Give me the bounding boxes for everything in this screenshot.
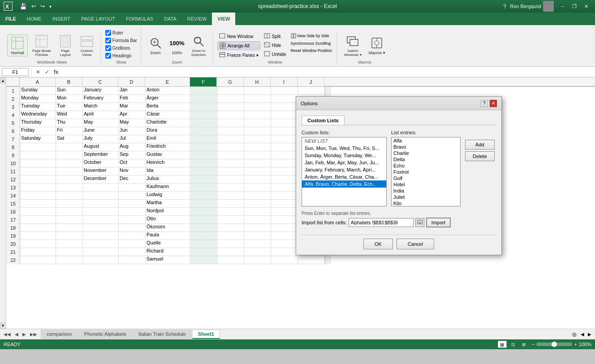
cell-I11[interactable] [271,167,298,176]
ok-button[interactable]: OK [363,239,393,249]
cell-E12[interactable]: Julius [146,176,190,184]
col-header-c[interactable]: C [82,77,118,86]
cell-G16[interactable] [217,208,244,216]
cell-A6[interactable]: Friday [20,127,56,135]
hide-button[interactable]: Hide [262,41,288,49]
cell-C9[interactable]: September [83,151,119,159]
cell-G22[interactable] [217,256,244,264]
headings-checkbox[interactable] [105,53,111,59]
cell-H19[interactable] [244,232,271,240]
cell-I19[interactable] [271,232,298,240]
cell-D14[interactable] [119,192,146,200]
cell-C19[interactable] [83,232,119,240]
cell-J1[interactable] [298,87,325,95]
ruler-checkbox-label[interactable]: Ruler [105,30,137,36]
minimize-button[interactable]: − [557,2,568,10]
row-header-8[interactable]: 8 [6,143,20,151]
cell-C7[interactable]: July [83,135,119,143]
cell-B10[interactable] [56,159,83,167]
confirm-formula-icon[interactable]: ✓ [43,69,51,75]
cell-A15[interactable] [20,200,56,208]
cell-C22[interactable] [83,256,119,264]
sync-scrolling-button[interactable]: Synchronous Scrolling [290,40,333,47]
cell-F15[interactable] [190,200,217,208]
cell-I8[interactable] [271,143,298,151]
tab-formulas[interactable]: FORMULAS [121,13,159,25]
cancel-button[interactable]: Cancel [397,239,434,249]
cell-E9[interactable]: Gustav [146,151,190,159]
cell-I1[interactable] [271,87,298,95]
cell-B18[interactable] [56,224,83,232]
cell-I6[interactable] [271,127,298,135]
cell-D4[interactable]: Apr [119,111,146,119]
cell-D7[interactable]: Jul [119,135,146,143]
cell-B1[interactable]: Sun [56,87,83,95]
cell-C17[interactable] [83,216,119,224]
tab-first-btn[interactable]: ◀◀ [2,331,13,338]
cell-A7[interactable]: Saturday [20,135,56,143]
restore-button[interactable]: ❐ [569,2,580,10]
tab-prev-btn[interactable]: ◀ [13,331,20,338]
customize-button[interactable]: ▾ [47,3,53,10]
cell-E7[interactable]: Emil [146,135,190,143]
page-layout-btn[interactable]: ⊡ [509,341,517,348]
cell-A14[interactable] [20,192,56,200]
custom-list-item-3[interactable]: January, February, March, Apri... [302,166,386,173]
row-header-4[interactable]: 4 [6,111,20,119]
cell-F1[interactable] [190,87,217,95]
col-header-b[interactable]: B [56,77,82,86]
cell-I21[interactable] [271,248,298,256]
tab-sheet1[interactable]: Sheet1 [192,330,220,339]
cell-C18[interactable] [83,224,119,232]
cell-F21[interactable] [190,248,217,256]
cell-E19[interactable]: Paula [146,232,190,240]
zoom-selection-button[interactable]: Zoom toSelection [189,33,209,58]
cell-D9[interactable]: Sep [119,151,146,159]
tab-last-btn[interactable]: ▶▶ [28,331,39,338]
cell-F12[interactable] [190,176,217,184]
cell-B8[interactable] [56,143,83,151]
row-header-12[interactable]: 12 [6,176,20,184]
cell-F9[interactable] [190,151,217,159]
v-scroll-track[interactable] [0,84,6,322]
zoom-100-button[interactable]: 100% 100% [167,35,187,56]
cell-C13[interactable] [83,184,119,192]
cell-H14[interactable] [244,192,271,200]
cell-F13[interactable] [190,184,217,192]
tab-next-btn[interactable]: ▶ [21,331,28,338]
delete-list-button[interactable]: Delete [465,151,495,161]
cell-F10[interactable] [190,159,217,167]
cell-E1[interactable]: Anton [146,87,190,95]
cell-I16[interactable] [271,208,298,216]
cell-A5[interactable]: Thursday [20,119,56,127]
custom-list-item-0[interactable]: Sun, Mon, Tue, Wed, Thu, Fri, S... [302,145,386,152]
cell-A1[interactable]: Sunday [20,87,56,95]
cell-A8[interactable] [20,143,56,151]
cell-I4[interactable] [271,111,298,119]
cell-G21[interactable] [217,248,244,256]
tab-italian-train-schedule[interactable]: Italian Train Schedule [133,330,192,339]
cell-C20[interactable] [83,240,119,248]
cell-D2[interactable]: Feb [119,95,146,103]
row-header-7[interactable]: 7 [6,135,20,143]
cell-G10[interactable] [217,159,244,167]
cell-F2[interactable] [190,95,217,103]
cell-H10[interactable] [244,159,271,167]
cell-A9[interactable] [20,151,56,159]
formula-bar-checkbox-label[interactable]: Formula Bar [105,37,137,44]
row-header-3[interactable]: 3 [6,103,20,111]
cell-H1[interactable] [244,87,271,95]
cell-B9[interactable] [56,151,83,159]
cell-E17[interactable]: Otto [146,216,190,224]
cell-I14[interactable] [271,192,298,200]
cell-B12[interactable] [56,176,83,184]
cell-B6[interactable]: Fri [56,127,83,135]
tab-file[interactable]: FILE [0,13,22,25]
tab-data[interactable]: DATA [159,13,182,25]
import-range-picker-btn[interactable] [415,218,424,227]
cell-A17[interactable] [20,216,56,224]
cell-G6[interactable] [217,127,244,135]
cell-F16[interactable] [190,208,217,216]
cell-H21[interactable] [244,248,271,256]
dialog-tab-custom-lists[interactable]: Custom Lists [302,116,345,125]
